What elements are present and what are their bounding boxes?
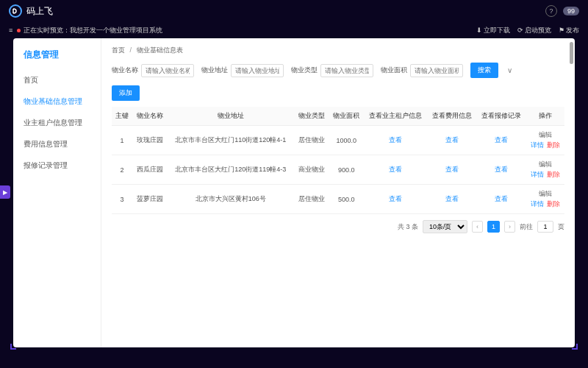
breadcrumb-current: 物业基础信息表 (137, 46, 183, 54)
scrollbar[interactable] (570, 38, 573, 347)
app-header: 码上飞 ? 99 (0, 0, 588, 22)
cell: 3 (112, 185, 132, 214)
edit-link[interactable]: 编辑 (539, 160, 552, 169)
live-label: 正在实时预览： (24, 26, 70, 35)
delete-link[interactable]: 删除 (547, 141, 560, 150)
logo-icon (9, 4, 22, 18)
col-header: 物业地址 (168, 107, 294, 126)
filter-name-label: 物业名称 (112, 66, 138, 75)
view-link[interactable]: 查看 (495, 136, 508, 144)
corner-handle-br[interactable] (572, 344, 578, 350)
detail-link[interactable]: 详情 (531, 170, 544, 180)
main-panel: 信息管理 首页物业基础信息管理业主租户信息管理费用信息管理报修记录管理 首页 /… (13, 38, 575, 347)
nav-item-3[interactable]: 费用信息管理 (13, 134, 101, 155)
filter-area-label: 物业面积 (381, 66, 407, 75)
nav-item-0[interactable]: 首页 (13, 70, 101, 91)
page-size-select[interactable]: 10条/页 (423, 220, 467, 233)
live-text: 我想开发一个物业管理项目系统 (70, 26, 162, 35)
page-goto-input[interactable] (537, 221, 553, 233)
page-next[interactable]: › (504, 221, 515, 233)
logo: 码上飞 (9, 4, 53, 18)
view-link[interactable]: 查看 (389, 166, 402, 173)
menu-icon[interactable]: ≡ (9, 26, 12, 34)
view-link[interactable]: 查看 (495, 166, 508, 173)
breadcrumb: 首页 / 物业基础信息表 (112, 46, 564, 55)
cell: 北京市大兴区黄村106号 (168, 185, 294, 214)
search-button[interactable]: 搜索 (470, 63, 498, 78)
filter-bar: 物业名称 物业地址 物业类型 物业面积 搜索 ∨ (112, 63, 564, 78)
svg-point-0 (10, 5, 21, 17)
live-dot-icon (17, 29, 21, 32)
delete-link[interactable]: 删除 (547, 199, 560, 209)
col-header: 查看报修记录 (477, 107, 526, 126)
download-link[interactable]: ⬇立即下载 (476, 26, 510, 35)
play-icon: ⟳ (517, 26, 523, 34)
nav-item-2[interactable]: 业主租户信息管理 (13, 113, 101, 134)
edit-link[interactable]: 编辑 (539, 189, 552, 199)
col-header: 操作 (526, 107, 564, 126)
view-link[interactable]: 查看 (495, 195, 508, 202)
cell: 500.0 (329, 185, 365, 214)
nav-item-4[interactable]: 报修记录管理 (13, 155, 101, 177)
nav-item-1[interactable]: 物业基础信息管理 (13, 91, 101, 113)
view-link[interactable]: 查看 (389, 136, 402, 144)
flag-icon: ⚑ (559, 26, 564, 34)
data-table: 主键物业名称物业地址物业类型物业面积查看业主租户信息查看费用信息查看报修记录操作… (112, 107, 564, 214)
page-prev[interactable]: ‹ (472, 221, 483, 233)
detail-link[interactable]: 详情 (531, 141, 544, 150)
filter-area-input[interactable] (410, 64, 463, 77)
breadcrumb-home[interactable]: 首页 (112, 46, 125, 54)
page-goto-label: 前往 (520, 222, 533, 232)
view-link[interactable]: 查看 (445, 195, 459, 202)
main-content: 首页 / 物业基础信息表 物业名称 物业地址 物业类型 物业面积 搜索 ∨ 添加… (101, 38, 575, 347)
corner-handle-bl[interactable] (10, 344, 16, 350)
detail-link[interactable]: 详情 (531, 199, 544, 209)
view-link[interactable]: 查看 (445, 136, 459, 144)
cell: 商业物业 (294, 155, 329, 185)
cell: 居住物业 (294, 185, 329, 214)
add-button[interactable]: 添加 (112, 85, 140, 101)
cell: 居住物业 (294, 126, 329, 155)
page-suffix: 页 (558, 222, 564, 232)
sidebar: 信息管理 首页物业基础信息管理业主租户信息管理费用信息管理报修记录管理 (13, 38, 101, 347)
app-name: 码上飞 (26, 5, 53, 18)
filter-expand-icon[interactable]: ∨ (506, 66, 514, 74)
col-header: 查看业主租户信息 (364, 107, 428, 126)
cell: 菠萝庄园 (132, 185, 168, 214)
cell: 1000.0 (329, 126, 365, 155)
help-icon[interactable]: ? (545, 5, 557, 17)
filter-addr-input[interactable] (231, 64, 284, 77)
col-header: 查看费用信息 (428, 107, 477, 126)
page-current[interactable]: 1 (487, 221, 500, 233)
publish-link[interactable]: ⚑发布 (559, 26, 579, 35)
cell: 北京市丰台区大红门120街道119幢4-3 (168, 155, 294, 185)
table-row: 1玫瑰庄园北京市丰台区大红门110街道120幢4-1居住物业1000.0查看查看… (112, 126, 564, 155)
cell: 北京市丰台区大红门110街道120幢4-1 (168, 126, 294, 155)
col-header: 主键 (112, 107, 132, 126)
cell: 玫瑰庄园 (132, 126, 168, 155)
cell: 900.0 (329, 155, 365, 185)
col-header: 物业面积 (329, 107, 365, 126)
col-header: 物业类型 (294, 107, 329, 126)
subheader: ≡ 正在实时预览： 我想开发一个物业管理项目系统 ⬇立即下载 ⟳启动预览 ⚑发布 (0, 22, 588, 38)
filter-type-label: 物业类型 (291, 66, 318, 75)
filter-name-input[interactable] (141, 64, 194, 77)
cell: 2 (112, 155, 132, 185)
cell: 西瓜庄园 (132, 155, 168, 185)
sidebar-title: 信息管理 (13, 49, 101, 70)
filter-addr-label: 物业地址 (201, 66, 228, 75)
preview-link[interactable]: ⟳启动预览 (517, 26, 551, 35)
view-link[interactable]: 查看 (389, 195, 402, 202)
pagination: 共 3 条 10条/页 ‹ 1 › 前往 页 (112, 220, 564, 233)
page-total: 共 3 条 (398, 222, 418, 232)
view-link[interactable]: 查看 (445, 166, 459, 173)
table-row: 3菠萝庄园北京市大兴区黄村106号居住物业500.0查看查看查看编辑详情删除 (112, 185, 564, 214)
table-row: 2西瓜庄园北京市丰台区大红门120街道119幢4-3商业物业900.0查看查看查… (112, 155, 564, 185)
delete-link[interactable]: 删除 (547, 170, 560, 180)
download-icon: ⬇ (476, 26, 482, 34)
cell: 1 (112, 126, 132, 155)
filter-type-input[interactable] (320, 64, 373, 77)
user-badge[interactable]: 99 (563, 7, 579, 15)
edit-link[interactable]: 编辑 (539, 130, 552, 140)
side-expand-tab[interactable]: ▶ (0, 185, 10, 199)
